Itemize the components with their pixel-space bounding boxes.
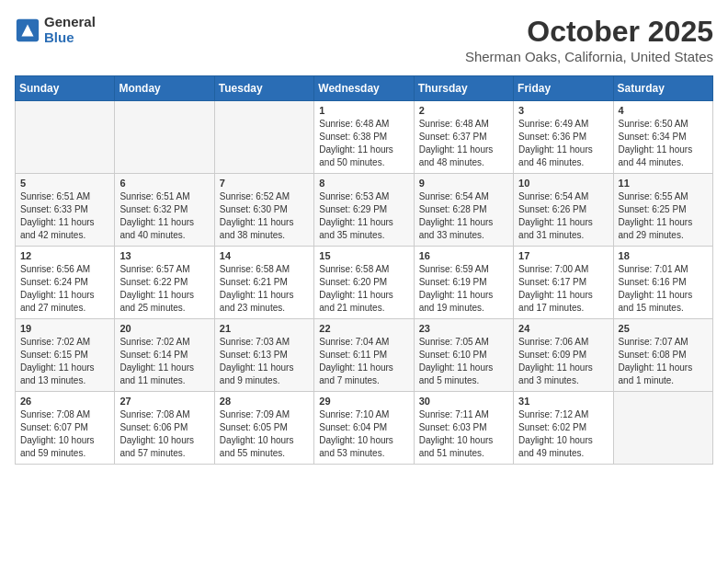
day-number: 25: [619, 323, 708, 334]
day-detail: Sunrise: 7:04 AM Sunset: 6:11 PM Dayligh…: [319, 336, 408, 387]
day-number: 12: [20, 250, 109, 261]
column-header-thursday: Thursday: [414, 76, 513, 101]
day-detail: Sunrise: 6:51 AM Sunset: 6:33 PM Dayligh…: [20, 190, 109, 242]
day-number: 13: [119, 250, 209, 261]
calendar-cell: 4Sunrise: 6:50 AM Sunset: 6:34 PM Daylig…: [613, 101, 712, 174]
day-number: 1: [319, 105, 408, 116]
day-detail: Sunrise: 7:00 AM Sunset: 6:17 PM Dayligh…: [518, 263, 608, 315]
calendar-cell: 19Sunrise: 7:02 AM Sunset: 6:15 PM Dayli…: [16, 319, 115, 392]
calendar-cell: 14Sunrise: 6:58 AM Sunset: 6:21 PM Dayli…: [214, 247, 313, 319]
calendar-table: SundayMondayTuesdayWednesdayThursdayFrid…: [15, 75, 713, 465]
calendar-week-4: 19Sunrise: 7:02 AM Sunset: 6:15 PM Dayli…: [16, 319, 713, 392]
calendar-cell: 27Sunrise: 7:08 AM Sunset: 6:06 PM Dayli…: [115, 392, 214, 465]
calendar-cell: 12Sunrise: 6:56 AM Sunset: 6:24 PM Dayli…: [16, 247, 115, 319]
calendar-cell: 17Sunrise: 7:00 AM Sunset: 6:17 PM Dayli…: [514, 247, 613, 319]
day-number: 8: [319, 178, 408, 189]
calendar-week-3: 12Sunrise: 6:56 AM Sunset: 6:24 PM Dayli…: [16, 247, 713, 319]
column-header-tuesday: Tuesday: [214, 76, 313, 101]
day-number: 24: [518, 323, 608, 334]
day-number: 23: [419, 323, 508, 334]
day-number: 9: [419, 178, 508, 189]
logo-blue: Blue: [44, 30, 96, 46]
day-number: 30: [419, 396, 508, 407]
calendar-cell: 18Sunrise: 7:01 AM Sunset: 6:16 PM Dayli…: [613, 247, 712, 319]
day-detail: Sunrise: 6:58 AM Sunset: 6:21 PM Dayligh…: [220, 263, 309, 315]
day-number: 11: [619, 178, 708, 189]
calendar-cell: [16, 101, 115, 174]
column-header-sunday: Sunday: [16, 76, 115, 101]
calendar-cell: 13Sunrise: 6:57 AM Sunset: 6:22 PM Dayli…: [115, 247, 214, 319]
day-detail: Sunrise: 7:02 AM Sunset: 6:14 PM Dayligh…: [119, 336, 209, 387]
day-detail: Sunrise: 6:55 AM Sunset: 6:25 PM Dayligh…: [619, 190, 708, 242]
month-title: October 2025: [465, 15, 713, 49]
day-number: 17: [518, 250, 608, 261]
day-detail: Sunrise: 6:48 AM Sunset: 6:37 PM Dayligh…: [419, 118, 508, 169]
calendar-cell: [214, 101, 313, 174]
day-number: 4: [619, 105, 708, 116]
day-number: 19: [20, 323, 109, 334]
day-number: 26: [20, 396, 109, 407]
day-detail: Sunrise: 7:09 AM Sunset: 6:05 PM Dayligh…: [220, 408, 309, 460]
day-number: 2: [419, 105, 508, 116]
column-header-wednesday: Wednesday: [314, 76, 414, 101]
day-detail: Sunrise: 7:10 AM Sunset: 6:04 PM Dayligh…: [319, 408, 408, 460]
calendar-cell: 21Sunrise: 7:03 AM Sunset: 6:13 PM Dayli…: [214, 319, 313, 392]
day-detail: Sunrise: 7:08 AM Sunset: 6:07 PM Dayligh…: [20, 408, 109, 460]
day-number: 16: [419, 250, 508, 261]
calendar-cell: 31Sunrise: 7:12 AM Sunset: 6:02 PM Dayli…: [514, 392, 613, 465]
calendar-cell: 16Sunrise: 6:59 AM Sunset: 6:19 PM Dayli…: [414, 247, 513, 319]
day-detail: Sunrise: 6:58 AM Sunset: 6:20 PM Dayligh…: [319, 263, 408, 315]
calendar-cell: 24Sunrise: 7:06 AM Sunset: 6:09 PM Dayli…: [514, 319, 613, 392]
calendar-cell: 20Sunrise: 7:02 AM Sunset: 6:14 PM Dayli…: [115, 319, 214, 392]
day-detail: Sunrise: 6:54 AM Sunset: 6:28 PM Dayligh…: [419, 190, 508, 242]
day-detail: Sunrise: 7:12 AM Sunset: 6:02 PM Dayligh…: [518, 408, 608, 460]
day-detail: Sunrise: 7:06 AM Sunset: 6:09 PM Dayligh…: [518, 336, 608, 387]
day-number: 3: [518, 105, 608, 116]
calendar-cell: 29Sunrise: 7:10 AM Sunset: 6:04 PM Dayli…: [314, 392, 414, 465]
day-number: 5: [20, 178, 109, 189]
day-number: 6: [119, 178, 209, 189]
calendar-cell: 9Sunrise: 6:54 AM Sunset: 6:28 PM Daylig…: [414, 174, 513, 247]
calendar-cell: 6Sunrise: 6:51 AM Sunset: 6:32 PM Daylig…: [115, 174, 214, 247]
day-detail: Sunrise: 6:54 AM Sunset: 6:26 PM Dayligh…: [518, 190, 608, 242]
column-header-saturday: Saturday: [613, 76, 712, 101]
logo-text: General Blue: [44, 15, 96, 45]
day-detail: Sunrise: 6:49 AM Sunset: 6:36 PM Dayligh…: [518, 118, 608, 169]
calendar-cell: 25Sunrise: 7:07 AM Sunset: 6:08 PM Dayli…: [613, 319, 712, 392]
calendar-cell: 1Sunrise: 6:48 AM Sunset: 6:38 PM Daylig…: [314, 101, 414, 174]
calendar-cell: [115, 101, 214, 174]
day-detail: Sunrise: 7:03 AM Sunset: 6:13 PM Dayligh…: [220, 336, 309, 387]
column-header-friday: Friday: [514, 76, 613, 101]
day-detail: Sunrise: 7:02 AM Sunset: 6:15 PM Dayligh…: [20, 336, 109, 387]
calendar-cell: 15Sunrise: 6:58 AM Sunset: 6:20 PM Dayli…: [314, 247, 414, 319]
calendar-cell: 3Sunrise: 6:49 AM Sunset: 6:36 PM Daylig…: [514, 101, 613, 174]
day-number: 31: [518, 396, 608, 407]
calendar-cell: 26Sunrise: 7:08 AM Sunset: 6:07 PM Dayli…: [16, 392, 115, 465]
calendar-cell: 28Sunrise: 7:09 AM Sunset: 6:05 PM Dayli…: [214, 392, 313, 465]
day-number: 18: [619, 250, 708, 261]
day-number: 14: [220, 250, 309, 261]
day-detail: Sunrise: 7:08 AM Sunset: 6:06 PM Dayligh…: [119, 408, 209, 460]
day-detail: Sunrise: 6:52 AM Sunset: 6:30 PM Dayligh…: [220, 190, 309, 242]
calendar-cell: 10Sunrise: 6:54 AM Sunset: 6:26 PM Dayli…: [514, 174, 613, 247]
calendar-cell: [613, 392, 712, 465]
calendar-cell: 7Sunrise: 6:52 AM Sunset: 6:30 PM Daylig…: [214, 174, 313, 247]
day-number: 7: [220, 178, 309, 189]
calendar-cell: 5Sunrise: 6:51 AM Sunset: 6:33 PM Daylig…: [16, 174, 115, 247]
calendar-cell: 30Sunrise: 7:11 AM Sunset: 6:03 PM Dayli…: [414, 392, 513, 465]
calendar-cell: 8Sunrise: 6:53 AM Sunset: 6:29 PM Daylig…: [314, 174, 414, 247]
day-number: 10: [518, 178, 608, 189]
day-detail: Sunrise: 7:01 AM Sunset: 6:16 PM Dayligh…: [619, 263, 708, 315]
calendar-cell: 22Sunrise: 7:04 AM Sunset: 6:11 PM Dayli…: [314, 319, 414, 392]
title-block: October 2025 Sherman Oaks, California, U…: [465, 15, 713, 64]
calendar-cell: 2Sunrise: 6:48 AM Sunset: 6:37 PM Daylig…: [414, 101, 513, 174]
day-detail: Sunrise: 6:56 AM Sunset: 6:24 PM Dayligh…: [20, 263, 109, 315]
day-detail: Sunrise: 6:51 AM Sunset: 6:32 PM Dayligh…: [119, 190, 209, 242]
calendar-week-5: 26Sunrise: 7:08 AM Sunset: 6:07 PM Dayli…: [16, 392, 713, 465]
calendar-header-row: SundayMondayTuesdayWednesdayThursdayFrid…: [16, 76, 713, 101]
day-detail: Sunrise: 7:11 AM Sunset: 6:03 PM Dayligh…: [419, 408, 508, 460]
column-header-monday: Monday: [115, 76, 214, 101]
day-detail: Sunrise: 6:48 AM Sunset: 6:38 PM Dayligh…: [319, 118, 408, 169]
day-detail: Sunrise: 7:07 AM Sunset: 6:08 PM Dayligh…: [619, 336, 708, 387]
day-detail: Sunrise: 7:05 AM Sunset: 6:10 PM Dayligh…: [419, 336, 508, 387]
